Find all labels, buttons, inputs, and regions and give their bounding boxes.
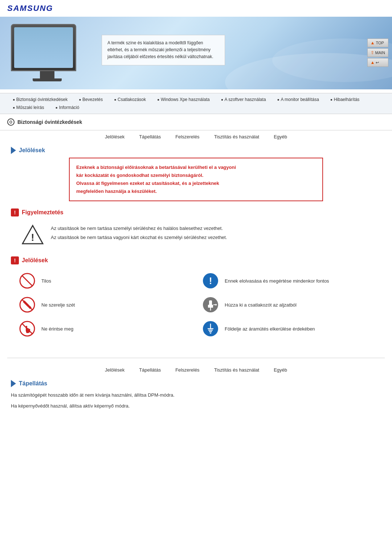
nav-item-biztonsagi[interactable]: Biztonsági óvintézkedések [7, 96, 73, 104]
svg-rect-13 [209, 300, 212, 305]
back-icon: ↩ [376, 60, 379, 65]
erintse-label: Ne érintse meg [41, 326, 73, 332]
jelolések-icons-title: Jelölések [22, 257, 48, 264]
warning-container: ! Az utasítások be nem tartása személyi … [11, 220, 381, 249]
svg-text:!: ! [209, 275, 212, 286]
section-circle-icon: O [7, 118, 15, 126]
szerelje-icon [18, 296, 36, 314]
jelolések-title: Jelölések [19, 147, 45, 154]
section-header: O Biztonsági óvintézkedések [0, 114, 392, 130]
main-content: Jelölések Ezeknek a biztonsági előírások… [0, 143, 392, 352]
sub-nav2-egyeb[interactable]: Egyéb [274, 367, 287, 373]
jelolések-warning-icon: ! [11, 256, 19, 264]
svg-line-5 [22, 276, 32, 286]
tilos-label: Tilos [41, 278, 51, 284]
tilos-icon [18, 272, 36, 290]
samsung-logo: SAMSUNG [7, 4, 385, 13]
sub-nav-tisztitas[interactable]: Tisztítás és használat [214, 134, 260, 139]
sub-nav-2: Jelölések Tápellátás Felszerelés Tisztít… [0, 364, 392, 376]
sub-nav-tapellatas[interactable]: Tápellátás [139, 134, 161, 139]
main-button[interactable]: ⇧ MAIN [367, 48, 389, 57]
jelol-tilos: Tilos [18, 272, 191, 290]
jelolések-icons-title-row: ! Jelölések [11, 256, 381, 264]
sub-nav2-tapellatas[interactable]: Tápellátás [139, 367, 161, 373]
main-label: MAIN [375, 50, 385, 55]
header: SAMSUNG [0, 0, 392, 17]
jelol-ennek: ! Ennek elolvasása és megértése mindenko… [201, 272, 374, 290]
svg-text:!: ! [31, 232, 34, 243]
tapellatas-section: Tápellátás Ha számítógépét hosszabb időn… [0, 376, 392, 416]
svg-rect-14 [208, 305, 213, 308]
jelolések-icons-section: ! Jelölések Tilos ! [11, 256, 381, 341]
warning-line-1: Az utasítások be nem tartása személyi sé… [51, 226, 227, 231]
svg-line-11 [22, 300, 32, 310]
red-warning-box: Ezeknek a biztonsági előírásoknak a beta… [69, 158, 323, 201]
nav-item-windows[interactable]: Windows Xpe használata [152, 96, 216, 104]
nav-bar: Biztonsági óvintézkedések Bevezetés Csat… [0, 93, 392, 114]
hero-text: A termék színe és kialakítása a modelltő… [107, 40, 213, 59]
jelol-erintse: Ne érintse meg [18, 320, 191, 338]
warning-texts: Az utasítások be nem tartása személyi sé… [51, 224, 227, 240]
sub-nav2-tisztitas[interactable]: Tisztítás és használat [214, 367, 260, 373]
section-header-title: Biztonsági óvintézkedések [17, 119, 82, 125]
blue-triangle-icon [11, 147, 16, 154]
ennek-icon: ! [201, 272, 220, 290]
top-label: TOP [376, 41, 384, 45]
figyelmeztetés-title-row: ! Figyelmeztetés [11, 208, 381, 216]
sub-nav-egyeb[interactable]: Egyéb [274, 134, 287, 139]
monitor-illustration [11, 24, 83, 82]
nav-item-muszaki[interactable]: Műszaki leírás [7, 104, 50, 112]
nav-item-info[interactable]: Információ [50, 104, 85, 112]
foldelje-icon [201, 320, 220, 338]
jelol-huzza: Húzza ki a csatlakozót az aljzatból [201, 296, 374, 314]
jelol-foldelje: Földelje az áramütés elkerülése érdekébe… [201, 320, 374, 338]
tapellatas-line-1: Ha számítógépét hosszabb időn át nem kív… [11, 391, 381, 399]
sub-nav2-felszerelés[interactable]: Felszerelés [175, 367, 199, 373]
divider-1 [7, 358, 385, 358]
tapellatas-title: Tápellátás [19, 380, 47, 387]
huzza-label: Húzza ki a csatlakozót az aljzatból [225, 302, 297, 308]
top-button[interactable]: ▲ TOP [367, 39, 389, 47]
nav-item-bevezetes[interactable]: Bevezetés [73, 96, 109, 104]
back-button[interactable]: ▲ ↩ [367, 58, 389, 67]
foldelje-label: Földelje az áramütés elkerülése érdekébe… [225, 326, 315, 332]
jelol-szerelje: Ne szerelje szét [18, 296, 191, 314]
huzza-icon [201, 296, 220, 314]
warning-red-icon: ! [11, 208, 19, 216]
jelolések-grid: Tilos ! Ennek elolvasása és megértése mi… [11, 268, 381, 341]
tapellatas-line-2: Ha képernyővédőt használ, állítsa aktív … [11, 402, 381, 410]
hero-text-box: A termék színe és kialakítása a modelltő… [102, 35, 225, 65]
sub-nav-1: Jelölések Tápellátás Felszerelés Tisztít… [0, 130, 392, 143]
top-arrow-icon: ▲ [371, 40, 375, 45]
main-arrow-icon: ⇧ [371, 50, 374, 55]
sub-nav2-jelolések[interactable]: Jelölések [105, 367, 124, 373]
back-arrow-icon: ▲ [371, 60, 375, 65]
hero-banner: A termék színe és kialakítása a modelltő… [0, 17, 392, 89]
jelolések-title-row: Jelölések [11, 147, 381, 154]
erintse-icon [18, 320, 36, 338]
sub-nav-jelolések[interactable]: Jelölések [105, 134, 124, 139]
tapellatas-title-row: Tápellátás [11, 380, 381, 387]
warning-triangle-icon: ! [22, 224, 44, 246]
tapellatas-blue-triangle [11, 380, 16, 387]
nav-item-monitor[interactable]: A monitor beállítása [272, 96, 325, 104]
nav-item-hibael[interactable]: Hibaelhárítás [325, 96, 366, 104]
nav-item-csatlakozasok[interactable]: Csatlakozások [109, 96, 152, 104]
figyelmeztetés-title: Figyelmeztetés [22, 209, 64, 216]
hero-side-buttons: ▲ TOP ⇧ MAIN ▲ ↩ [367, 39, 389, 67]
warning-line-2: Az utasítások be nem tartása vagyoni kár… [51, 235, 227, 240]
sub-nav-felszerelés[interactable]: Felszerelés [175, 134, 199, 139]
nav-item-szoftver[interactable]: A szoftver használata [216, 96, 272, 104]
szerelje-label: Ne szerelje szét [41, 302, 75, 308]
ennek-label: Ennek elolvasása és megértése mindenkor … [225, 278, 329, 284]
